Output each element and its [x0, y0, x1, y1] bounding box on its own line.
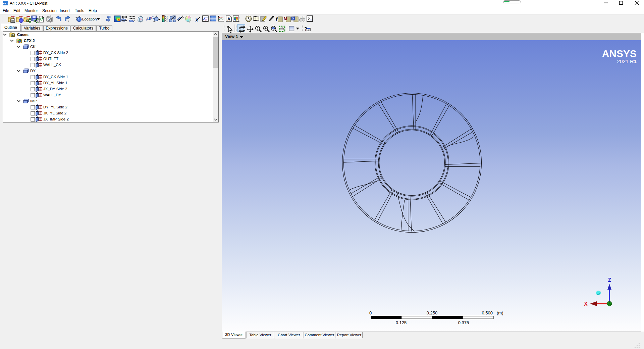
svg-text:ABC: ABC	[145, 15, 155, 21]
svg-text:0.125: 0.125	[396, 320, 407, 325]
svg-text:X: X	[584, 301, 588, 307]
svg-text:1: 1	[300, 16, 302, 19]
svg-text:ANSYS: ANSYS	[602, 48, 637, 59]
svg-text:x: x	[195, 17, 199, 22]
svg-text:0: 0	[369, 310, 372, 315]
svg-text:(m): (m)	[497, 310, 503, 315]
svg-text:A: A	[227, 17, 230, 21]
svg-text:Location: Location	[82, 17, 97, 21]
svg-text:2: 2	[303, 16, 305, 19]
svg-text:0.375: 0.375	[458, 320, 469, 325]
svg-text:M: M	[284, 16, 287, 21]
svg-text:α: α	[205, 18, 207, 21]
svg-text:?: ?	[304, 26, 307, 32]
svg-text:PST: PST	[3, 2, 8, 5]
svg-text:0.250: 0.250	[427, 310, 438, 315]
svg-text:f: f	[276, 16, 278, 22]
svg-text:Z: Z	[608, 277, 611, 283]
svg-text:1: 1	[166, 19, 168, 22]
svg-text:2021 R1: 2021 R1	[617, 58, 637, 64]
svg-text:0.500: 0.500	[482, 310, 493, 315]
